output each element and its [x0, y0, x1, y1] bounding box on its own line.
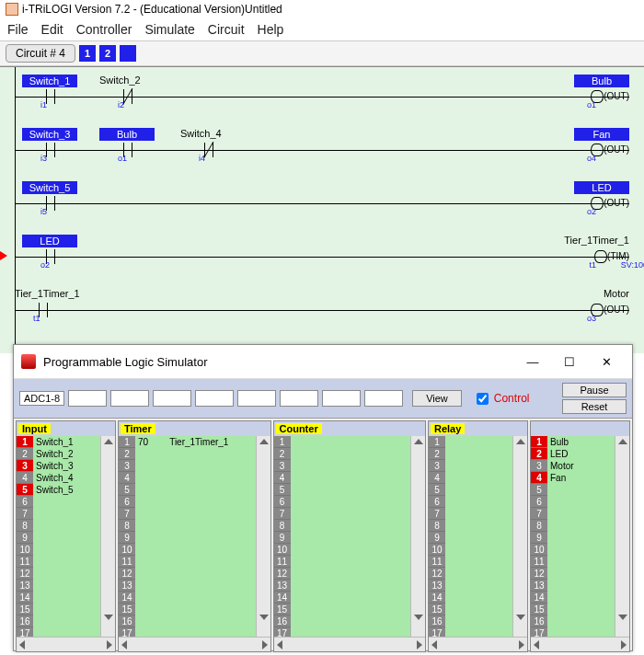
vertical-scrollbar[interactable] [100, 436, 115, 637]
list-item[interactable]: 13 [17, 580, 100, 592]
ladder-area[interactable]: Switch_1i1Switch_2i2Bulb(OUT)o1Switch_3i… [0, 66, 644, 353]
list-item[interactable]: 15 [274, 603, 410, 615]
list-item[interactable]: 14 [17, 592, 100, 603]
list-item[interactable]: 13 [119, 580, 255, 592]
list-item[interactable]: 12 [17, 568, 100, 580]
list-item[interactable]: 6 [531, 496, 615, 508]
minimize-button[interactable]: — [514, 350, 551, 373]
list-item[interactable]: 16 [429, 615, 512, 627]
list-item[interactable]: 2Switch_2 [17, 448, 100, 460]
list-item[interactable]: 11 [17, 556, 100, 568]
list-item[interactable]: 14 [274, 592, 410, 603]
list-item[interactable]: 8 [531, 520, 615, 532]
list-item[interactable]: 15 [119, 603, 255, 615]
list-item[interactable]: 7 [119, 508, 255, 520]
list-item[interactable]: 10 [17, 544, 100, 556]
list-item[interactable]: 7 [17, 508, 100, 520]
list-item[interactable]: 15 [429, 603, 512, 615]
list-item[interactable]: 16 [17, 615, 100, 627]
horizontal-scrollbar[interactable] [274, 637, 425, 651]
list-item[interactable]: 11 [429, 556, 512, 568]
list-item[interactable]: 5 [531, 484, 615, 496]
list-item[interactable]: 9 [119, 532, 255, 544]
rung-5[interactable]: Tier_1Timer_1t1Motor(OUT)o3 [0, 281, 644, 334]
adc-input-1[interactable] [68, 390, 107, 407]
adc-input-3[interactable] [153, 390, 191, 407]
list-item[interactable]: 7 [531, 508, 615, 520]
list-item[interactable]: 170Tier_1Timer_1 [119, 436, 255, 448]
list-item[interactable]: 3 [274, 460, 410, 472]
list-item[interactable]: 14 [429, 592, 512, 603]
menu-help[interactable]: Help [258, 22, 284, 37]
list-item[interactable]: 3Switch_3 [17, 460, 100, 472]
adc-input-4[interactable] [195, 390, 234, 407]
list-item[interactable]: 5 [119, 484, 255, 496]
rung-1[interactable]: Switch_1i1Switch_2i2Bulb(OUT)o1 [0, 67, 644, 121]
list-item[interactable]: 7 [274, 508, 410, 520]
adc-input-2[interactable] [110, 390, 149, 407]
rung-4[interactable]: LEDo2Tier_1Timer_1(TIM)t1SV:100 [0, 227, 644, 281]
vertical-scrollbar[interactable] [512, 436, 527, 637]
list-item[interactable]: 7 [429, 508, 512, 520]
list-item[interactable]: 17 [274, 627, 410, 637]
tool-square-2[interactable]: 2 [99, 45, 116, 62]
circuit-number-button[interactable]: Circuit # 4 [6, 44, 75, 63]
list-item[interactable]: 1Switch_1 [17, 436, 100, 448]
list-item[interactable]: 8 [274, 520, 410, 532]
tool-square-1[interactable]: 1 [79, 45, 96, 62]
list-item[interactable]: 9 [429, 532, 512, 544]
horizontal-scrollbar[interactable] [429, 637, 527, 651]
adc-input-5[interactable] [237, 390, 276, 407]
coil-icon[interactable]: (OUT) [591, 303, 629, 316]
list-item[interactable]: 5 [429, 484, 512, 496]
maximize-button[interactable]: ☐ [551, 350, 588, 373]
list-item[interactable]: 8 [119, 520, 255, 532]
menu-circuit[interactable]: Circuit [208, 22, 245, 37]
menu-controller[interactable]: Controller [76, 22, 132, 37]
list-item[interactable]: 5 [274, 484, 410, 496]
coil-icon[interactable]: (OUT) [591, 143, 629, 156]
list-item[interactable]: 12 [119, 568, 255, 580]
list-item[interactable]: 3Motor [531, 460, 615, 472]
list-item[interactable]: 1 [274, 436, 410, 448]
menu-edit[interactable]: Edit [41, 22, 63, 37]
list-item[interactable]: 16 [274, 615, 410, 627]
list-item[interactable]: 14 [531, 592, 615, 603]
coil-icon[interactable]: (OUT) [591, 196, 629, 210]
list-item[interactable]: 9 [274, 532, 410, 544]
tool-square-3[interactable] [120, 45, 136, 62]
menu-file[interactable]: File [7, 22, 29, 37]
list-item[interactable]: 6 [274, 496, 410, 508]
horizontal-scrollbar[interactable] [119, 637, 270, 651]
list-item[interactable]: 6 [17, 496, 100, 508]
reset-button[interactable]: Reset [562, 399, 627, 414]
list-item[interactable]: 11 [274, 556, 410, 568]
adc-input-8[interactable] [364, 390, 403, 407]
list-item[interactable]: 17 [429, 627, 512, 637]
simulator-title-bar[interactable]: Programmable Logic Simulator — ☐ ✕ [14, 345, 632, 379]
view-button[interactable]: View [412, 390, 462, 407]
close-button[interactable]: ✕ [588, 350, 625, 373]
list-item[interactable]: 9 [17, 532, 100, 544]
list-item[interactable]: 2 [119, 448, 255, 460]
list-item[interactable]: 6 [429, 496, 512, 508]
vertical-scrollbar[interactable] [256, 436, 270, 637]
list-item[interactable]: 4Switch_4 [17, 472, 100, 484]
list-item[interactable]: 6 [119, 496, 255, 508]
list-item[interactable]: 15 [531, 603, 615, 615]
list-item[interactable]: 14 [119, 592, 255, 603]
list-item[interactable]: 12 [531, 568, 615, 580]
list-item[interactable]: 17 [531, 627, 615, 637]
control-checkbox-input[interactable] [477, 393, 489, 405]
list-item[interactable]: 4 [429, 472, 512, 484]
list-item[interactable]: 16 [119, 615, 255, 627]
list-item[interactable]: 12 [274, 568, 410, 580]
list-item[interactable]: 10 [531, 544, 615, 556]
horizontal-scrollbar[interactable] [17, 637, 115, 651]
vertical-scrollbar[interactable] [410, 436, 425, 637]
adc-input-7[interactable] [322, 390, 361, 407]
menu-simulate[interactable]: Simulate [144, 22, 194, 37]
list-item[interactable]: 3 [119, 460, 255, 472]
list-item[interactable]: 17 [119, 627, 255, 637]
list-item[interactable]: 1Bulb [531, 436, 615, 448]
